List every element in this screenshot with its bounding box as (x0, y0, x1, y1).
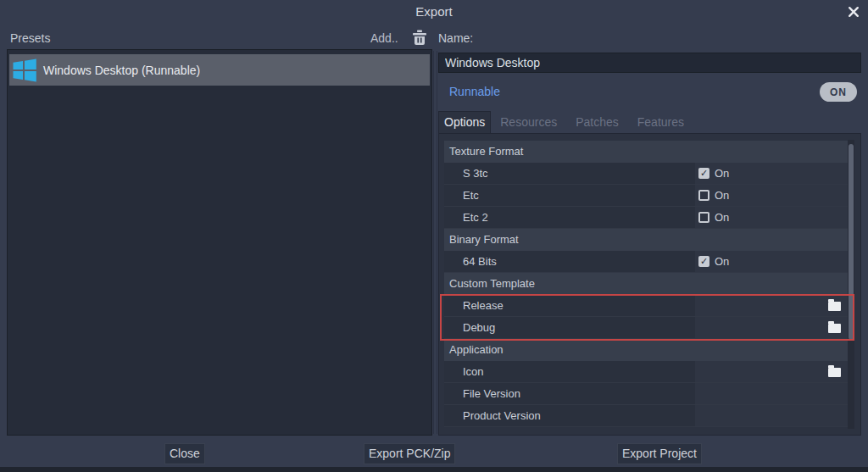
checkbox-unchecked[interactable] (698, 190, 709, 201)
section-label: Binary Format (449, 233, 519, 246)
dialog-title: Export (0, 4, 868, 19)
option-label: File Version (463, 387, 520, 400)
presets-list: Windows Desktop (Runnable) (7, 49, 432, 436)
option-value[interactable]: ✓On (695, 251, 848, 272)
option-row-icon[interactable]: Icon (444, 361, 848, 383)
option-value[interactable] (695, 405, 848, 426)
scrollbar-thumb[interactable] (849, 144, 854, 340)
option-row-etc[interactable]: EtcOn (444, 185, 848, 207)
preset-item-label: Windows Desktop (Runnable) (43, 64, 200, 77)
option-row-debug[interactable]: Debug (444, 317, 848, 339)
preset-item[interactable]: Windows Desktop (Runnable) (9, 54, 430, 86)
checkbox-label: On (715, 163, 729, 185)
presets-label: Presets (10, 31, 50, 45)
close-button[interactable]: Close (164, 443, 205, 464)
options-panel: Texture FormatS 3tc✓OnEtcOnEtc 2OnBinary… (438, 133, 861, 436)
tab-features[interactable]: Features (628, 111, 693, 133)
section-header-texture-format: Texture Format (444, 141, 848, 163)
option-value[interactable] (695, 383, 848, 404)
option-value[interactable]: On (695, 207, 848, 228)
checkbox-label: On (715, 251, 729, 273)
option-row-product-version[interactable]: Product Version (444, 405, 848, 427)
tab-resources[interactable]: Resources (491, 111, 566, 133)
folder-icon[interactable] (828, 324, 841, 333)
export-project-button[interactable]: Export Project (617, 443, 702, 464)
scrollbar-track[interactable] (848, 140, 854, 429)
option-label: Release (463, 299, 504, 312)
tab-options[interactable]: Options (438, 111, 491, 133)
option-value[interactable] (695, 361, 848, 382)
runnable-link[interactable]: Runnable (449, 85, 500, 98)
trash-icon[interactable] (412, 30, 427, 46)
checkbox-checked[interactable]: ✓ (698, 168, 709, 179)
option-label: Icon (463, 365, 484, 378)
folder-icon[interactable] (828, 302, 841, 311)
option-label: Product Version (463, 409, 541, 422)
option-label: Debug (463, 321, 495, 334)
option-row-64-bits[interactable]: 64 Bits✓On (444, 251, 848, 273)
option-row-etc-2[interactable]: Etc 2On (444, 207, 848, 229)
options-list: Texture FormatS 3tc✓OnEtcOnEtc 2OnBinary… (444, 141, 848, 427)
checkbox-label: On (715, 185, 729, 207)
option-label: Etc 2 (463, 211, 488, 224)
close-icon[interactable] (846, 4, 861, 19)
option-value[interactable]: On (695, 185, 848, 206)
section-header-custom-template: Custom Template (444, 273, 848, 295)
runnable-toggle[interactable]: ON (820, 82, 857, 102)
option-value[interactable] (695, 295, 848, 316)
section-label: Application (449, 343, 504, 356)
option-label: Etc (463, 189, 479, 202)
section-label: Texture Format (449, 145, 523, 158)
checkbox-unchecked[interactable] (698, 212, 709, 223)
option-value[interactable]: ✓On (695, 163, 848, 184)
tab-patches[interactable]: Patches (566, 111, 628, 133)
section-label: Custom Template (449, 277, 535, 290)
export-pck-zip-button[interactable]: Export PCK/Zip (364, 443, 455, 464)
folder-icon[interactable] (828, 368, 841, 377)
option-label: 64 Bits (463, 255, 497, 268)
section-header-binary-format: Binary Format (444, 229, 848, 251)
option-label: S 3tc (463, 167, 488, 180)
option-row-release[interactable]: Release (444, 295, 848, 317)
windows-logo-icon (12, 58, 37, 83)
checkbox-label: On (715, 207, 729, 229)
section-header-application: Application (444, 339, 848, 361)
name-input[interactable] (438, 53, 861, 73)
option-value[interactable] (695, 317, 848, 338)
tab-bar: OptionsResourcesPatchesFeatures (438, 111, 693, 133)
checkbox-checked[interactable]: ✓ (698, 256, 709, 267)
panel-splitter[interactable] (433, 51, 437, 434)
name-label: Name: (438, 31, 473, 45)
option-row-s-3tc[interactable]: S 3tc✓On (444, 163, 848, 185)
option-row-file-version[interactable]: File Version (444, 383, 848, 405)
window-edge (0, 467, 868, 472)
add-preset-button[interactable]: Add.. (370, 31, 398, 45)
